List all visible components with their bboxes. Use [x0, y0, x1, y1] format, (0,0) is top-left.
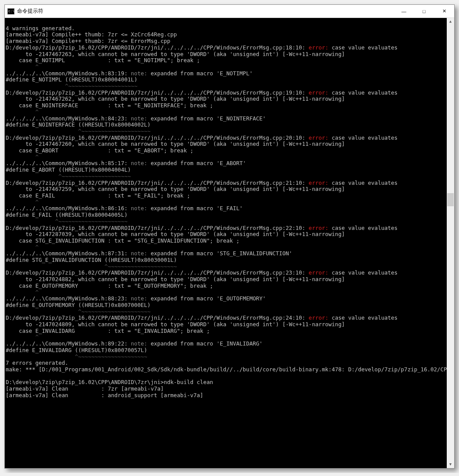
caret-line: ^ — [6, 199, 39, 205]
titlebar[interactable]: C:\ 命令提示符 — □ ✕ — [5, 5, 454, 18]
file-path: D:/develop/7zip/p7zip_16.02/CPP/ANDROID/… — [6, 180, 308, 186]
close-button[interactable]: ✕ — [434, 5, 454, 18]
file-path: D:/develop/7zip/p7zip_16.02/CPP/ANDROID/… — [6, 89, 308, 96]
note-label: note: — [131, 340, 147, 347]
caret-line: ^ — [6, 289, 39, 296]
caret-line: ^ — [6, 334, 39, 340]
caret-line: ^~~~~~~~~~~~~~~~~~~~~~ — [6, 128, 151, 134]
note-label: note: — [131, 70, 147, 77]
window-title: 命令提示符 — [17, 7, 43, 15]
error-label: error: — [308, 134, 328, 141]
error-label: error: — [308, 44, 328, 51]
scroll-down-icon[interactable]: ▼ — [447, 461, 454, 468]
scroll-thumb[interactable] — [447, 193, 454, 206]
titlebar-left: C:\ 命令提示符 — [7, 7, 43, 15]
command-prompt-window: C:\ 命令提示符 — □ ✕ 4 warnings generated. [a… — [4, 4, 455, 469]
caret-line: ^ — [6, 154, 39, 160]
file-path: ../../../..\Common/MyWindows.h:85:17: — [6, 160, 131, 166]
note-label: note: — [131, 205, 147, 212]
note-label: note: — [131, 295, 147, 302]
cmd-icon: C:\ — [7, 8, 14, 14]
error-label: error: — [308, 180, 328, 186]
scroll-up-icon[interactable]: ▲ — [447, 18, 454, 25]
caret-line: ^ — [6, 244, 39, 250]
caret-line: ^~~~~~~~~~~~~~~~~~~~~~ — [6, 218, 127, 225]
error-label: error: — [308, 314, 328, 321]
scrollbar[interactable]: ▲ ▼ — [447, 18, 454, 468]
caret-line: ^~~~~~~~~~~~~~~~~~~~~~ — [6, 263, 177, 270]
caret-line: ^~~~~~~~~~~~~~~~~~~~~~ — [6, 173, 131, 180]
file-path: D:/develop/7zip/p7zip_16.02/CPP/ANDROID/… — [6, 314, 308, 321]
file-path: D:/develop/7zip/p7zip_16.02/CPP/ANDROID/… — [6, 134, 308, 141]
error-label: error: — [308, 269, 328, 276]
caret-line: ^~~~~~~~~~~~~~~~~~~~~~ — [6, 308, 151, 315]
console-area: 4 warnings generated. [armeabi-v7a] Comp… — [5, 18, 454, 468]
file-path: ../../../..\Common/MyWindows.h:83:19: — [6, 70, 131, 77]
note-label: note: — [131, 160, 147, 166]
error-label: error: — [308, 89, 328, 96]
file-path: ../../../..\Common/MyWindows.h:89:22: — [6, 340, 131, 347]
file-path: D:/develop/7zip/p7zip_16.02/CPP/ANDROID/… — [6, 44, 308, 51]
console-output[interactable]: 4 warnings generated. [armeabi-v7a] Comp… — [5, 18, 447, 468]
caret-line: ^~~~~~~~~~~~~~~~~~~~~~ — [6, 353, 147, 360]
maximize-button[interactable]: □ — [414, 5, 434, 18]
minimize-button[interactable]: — — [394, 5, 414, 18]
file-path: ../../../..\Common/MyWindows.h:88:23: — [6, 295, 131, 302]
caret-line: ^ — [6, 109, 39, 115]
error-label: error: — [308, 225, 328, 231]
note-label: note: — [131, 250, 147, 257]
file-path: D:/develop/7zip/p7zip_16.02/CPP/ANDROID/… — [6, 225, 308, 231]
titlebar-buttons: — □ ✕ — [394, 5, 454, 18]
file-path: ../../../..\Common/MyWindows.h:87:31: — [6, 250, 131, 257]
file-path: ../../../..\Common/MyWindows.h:84:23: — [6, 115, 131, 122]
note-label: note: — [131, 115, 147, 122]
file-path: D:/develop/7zip/p7zip_16.02/CPP/ANDROID/… — [6, 269, 308, 276]
caret-line: ^ — [6, 63, 39, 70]
file-path: ../../../..\Common/MyWindows.h:86:16: — [6, 205, 131, 212]
caret-line: ^~~~~~~~~~~~~~~~~~~~~~ — [6, 83, 137, 89]
